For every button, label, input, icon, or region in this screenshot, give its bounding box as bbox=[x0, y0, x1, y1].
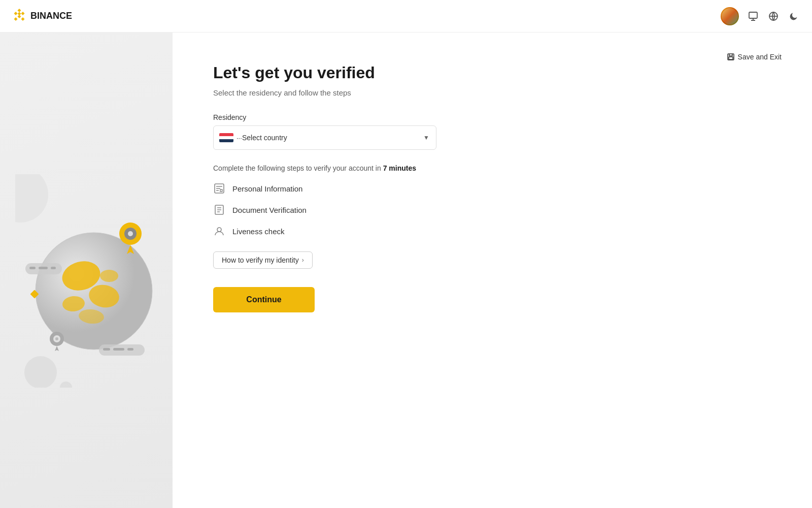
step-personal-label: Personal Information bbox=[232, 184, 302, 193]
residency-select-wrapper: ··· Select country United States United … bbox=[213, 125, 436, 150]
svg-point-26 bbox=[24, 356, 57, 388]
step-document: Document Verification bbox=[213, 204, 771, 216]
residency-label: Residency bbox=[213, 113, 771, 121]
svg-point-27 bbox=[60, 382, 72, 388]
svg-rect-22 bbox=[103, 348, 110, 351]
right-content: Save and Exit Let's get you verified Sel… bbox=[173, 33, 812, 508]
globe-icon[interactable] bbox=[767, 10, 780, 22]
step-personal: Personal Information bbox=[213, 182, 771, 195]
page-title: Let's get you verified bbox=[213, 63, 771, 82]
svg-point-32 bbox=[217, 228, 221, 232]
steps-list: Personal Information Document Verificati… bbox=[213, 182, 771, 237]
continue-label: Continue bbox=[246, 295, 281, 304]
svg-rect-0 bbox=[749, 12, 757, 18]
logo: BINANCE bbox=[12, 8, 72, 25]
svg-rect-20 bbox=[51, 267, 56, 269]
left-panel bbox=[0, 33, 173, 508]
how-to-verify-button[interactable]: How to verify my identity › bbox=[213, 251, 313, 269]
binance-logo-icon bbox=[12, 8, 26, 25]
step-document-label: Document Verification bbox=[232, 206, 307, 214]
svg-rect-29 bbox=[729, 57, 733, 59]
dark-mode-icon[interactable] bbox=[788, 10, 800, 22]
device-icon[interactable] bbox=[747, 10, 759, 22]
save-exit-button[interactable]: Save and Exit bbox=[727, 53, 782, 61]
page-subtitle: Select the residency and follow the step… bbox=[213, 88, 771, 97]
header: BINANCE bbox=[0, 0, 812, 33]
steps-time: 7 minutes bbox=[383, 164, 416, 172]
avatar[interactable] bbox=[721, 7, 739, 25]
illustration bbox=[15, 174, 167, 388]
svg-rect-24 bbox=[127, 348, 133, 351]
step-liveness: Liveness check bbox=[213, 225, 771, 237]
steps-intro-text: Complete the following steps to verify y… bbox=[213, 164, 381, 172]
steps-intro: Complete the following steps to verify y… bbox=[213, 164, 771, 172]
residency-field: Residency ··· Select country United Stat… bbox=[213, 113, 771, 150]
save-exit-label: Save and Exit bbox=[738, 53, 782, 61]
liveness-icon bbox=[213, 225, 225, 237]
document-icon bbox=[213, 204, 225, 216]
svg-rect-19 bbox=[39, 267, 48, 269]
logo-text: BINANCE bbox=[30, 11, 72, 21]
step-liveness-label: Liveness check bbox=[232, 227, 285, 236]
save-icon bbox=[727, 53, 735, 61]
svg-rect-18 bbox=[29, 267, 36, 269]
svg-point-2 bbox=[15, 174, 48, 223]
svg-point-13 bbox=[128, 231, 133, 236]
main-layout: Save and Exit Let's get you verified Sel… bbox=[0, 33, 812, 508]
residency-select[interactable]: Select country United States United King… bbox=[213, 125, 436, 150]
svg-rect-23 bbox=[113, 348, 124, 351]
how-to-label: How to verify my identity bbox=[222, 256, 299, 264]
header-actions bbox=[721, 7, 800, 25]
personal-info-icon bbox=[213, 182, 225, 195]
chevron-right-icon: › bbox=[302, 257, 304, 264]
svg-point-16 bbox=[55, 337, 58, 340]
continue-button[interactable]: Continue bbox=[213, 287, 315, 312]
svg-point-8 bbox=[100, 270, 118, 282]
